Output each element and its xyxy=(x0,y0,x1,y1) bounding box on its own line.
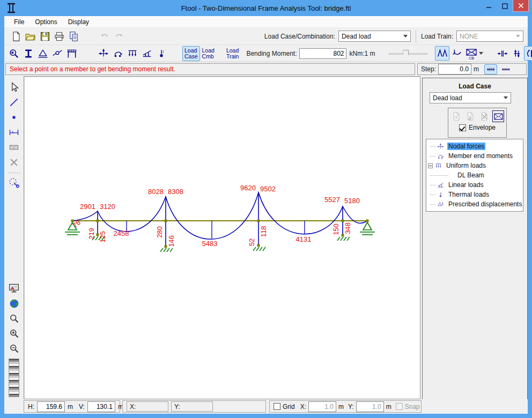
maximize-button[interactable] xyxy=(497,0,513,12)
tool-sidebar xyxy=(4,76,24,399)
grid-y-label: Y: xyxy=(348,403,354,410)
step-box: Step: m xyxy=(417,63,527,75)
zoom-out-button[interactable] xyxy=(7,341,21,355)
redo-icon xyxy=(114,32,124,41)
svg-text:9620: 9620 xyxy=(240,184,256,192)
axial-force-button[interactable] xyxy=(495,46,509,61)
thermal-loads-button[interactable] xyxy=(154,46,168,61)
world-view-button[interactable] xyxy=(7,296,21,310)
v-size-input[interactable] xyxy=(87,401,115,412)
moment-value-labels: 76 2901 3120 8028 8308 9620 9502 5527 51… xyxy=(71,184,360,248)
diagram-display-button[interactable] xyxy=(435,46,449,61)
model-canvas[interactable]: 76 2901 3120 8028 8308 9620 9502 5527 51… xyxy=(24,76,420,399)
grid-x-input[interactable] xyxy=(308,401,336,412)
delete-tool-button[interactable] xyxy=(7,155,21,169)
slider-thumb[interactable] xyxy=(403,50,409,58)
load-case-combination-select[interactable]: Dead load xyxy=(338,31,411,42)
member-tool-button[interactable] xyxy=(7,95,21,109)
svg-text:9502: 9502 xyxy=(260,185,276,193)
shrink-magnify-slider[interactable] xyxy=(9,359,19,397)
select-tool-button[interactable] xyxy=(7,80,21,94)
zoom-in-button[interactable] xyxy=(7,326,21,340)
undo-button[interactable] xyxy=(97,29,112,43)
tree-item-thermal-loads[interactable]: Thermal loads xyxy=(427,190,522,199)
influence-line-button[interactable] xyxy=(449,46,464,61)
new-load-case-button[interactable] xyxy=(450,110,462,122)
cursor-arrow-icon xyxy=(9,81,19,93)
close-button[interactable] xyxy=(513,0,529,12)
print-button[interactable] xyxy=(52,29,66,43)
transform-tool-button[interactable] xyxy=(7,175,21,189)
menu-display[interactable]: Display xyxy=(63,17,94,27)
save-file-button[interactable] xyxy=(38,29,52,43)
shear-force-button[interactable] xyxy=(509,46,524,61)
delete-load-case-button[interactable] xyxy=(478,110,490,122)
rename-load-case-button[interactable] xyxy=(464,110,476,122)
envelope-display-button[interactable]: CB xyxy=(464,46,478,61)
step-fine-button[interactable] xyxy=(499,64,512,74)
tree-item-prescribed-displacements[interactable]: Prescribed displacements xyxy=(427,199,522,209)
tree-collapse-icon[interactable] xyxy=(428,163,433,168)
line-tool-icon xyxy=(9,97,19,108)
zoom-window-button[interactable] xyxy=(7,311,21,325)
linear-load-icon xyxy=(141,48,153,59)
dimension-tool-button[interactable] xyxy=(7,125,21,139)
hinge-button[interactable] xyxy=(50,46,64,61)
step-fine-icon xyxy=(500,65,511,74)
tree-item-nodal-forces[interactable]: Nodal forces xyxy=(427,141,522,151)
scale-slider[interactable] xyxy=(388,49,428,58)
envelope-checkbox[interactable] xyxy=(459,124,466,131)
menu-file[interactable]: File xyxy=(9,17,29,27)
tree-connector xyxy=(430,146,435,147)
supports-button[interactable] xyxy=(35,46,50,61)
svg-text:5180: 5180 xyxy=(344,197,360,205)
svg-text:2901: 2901 xyxy=(80,203,95,211)
tree-item-dl-beam[interactable]: DL Beam xyxy=(427,170,522,180)
tree-item-member-end-moments[interactable]: Member end moments xyxy=(427,151,522,161)
step-input[interactable] xyxy=(438,64,471,74)
open-file-button[interactable] xyxy=(23,29,38,43)
uniform-loads-button[interactable] xyxy=(125,46,139,61)
support-triangle-icon xyxy=(38,48,48,59)
load-case-mode-button[interactable]: Load Case xyxy=(182,46,200,61)
step-coarse-button[interactable] xyxy=(484,64,497,74)
node-tool-button[interactable] xyxy=(7,110,21,124)
redo-button[interactable] xyxy=(112,29,126,43)
section-properties-button[interactable] xyxy=(21,46,35,61)
load-case-select[interactable]: Dead load xyxy=(430,92,511,103)
keyboard-input-button[interactable] xyxy=(7,140,21,154)
grid-x-unit: m xyxy=(338,403,344,410)
grid-y-input[interactable] xyxy=(356,401,384,412)
member-end-moments-button[interactable] xyxy=(110,46,125,61)
envelope-dropdown-caret[interactable] xyxy=(479,52,483,57)
h-size-input[interactable] xyxy=(37,401,65,412)
i-section-icon xyxy=(23,48,34,59)
load-train-select[interactable]: NONE xyxy=(456,31,523,42)
bending-moment-input[interactable] xyxy=(299,48,346,59)
load-case-actions-group: Envelope xyxy=(448,108,507,138)
tree-item-uniform-loads[interactable]: Uniform loads xyxy=(427,161,522,170)
grid-label: Grid xyxy=(283,403,295,410)
tree-item-linear-loads[interactable]: Linear loads xyxy=(427,180,522,190)
minimize-button[interactable] xyxy=(481,0,497,12)
menu-options[interactable]: Options xyxy=(29,17,62,27)
linear-loads-button[interactable] xyxy=(139,46,154,61)
nodal-forces-button[interactable] xyxy=(96,46,110,61)
load-train-mode-button[interactable]: Load Train xyxy=(224,46,241,61)
load-cmb-line2: Cmb xyxy=(202,54,215,59)
inspect-results-button[interactable] xyxy=(6,46,21,61)
step-unit: m xyxy=(474,65,479,73)
fit-view-button[interactable] xyxy=(7,281,21,295)
load-combination-mode-button[interactable]: Load Cmb xyxy=(200,46,217,61)
snap-checkbox[interactable] xyxy=(396,403,403,410)
monitor-icon xyxy=(8,283,20,294)
new-file-button[interactable] xyxy=(9,29,23,43)
envelope-case-button[interactable] xyxy=(492,110,504,122)
member-frame-button[interactable] xyxy=(64,46,79,61)
cursor-y-box: Y: xyxy=(171,401,213,412)
bending-moment-diagram-button[interactable] xyxy=(524,46,532,61)
status-message: Select a point on a member to get bendin… xyxy=(5,63,415,75)
grid-checkbox[interactable] xyxy=(274,403,280,410)
printer-icon xyxy=(54,31,65,42)
copy-button[interactable] xyxy=(66,29,81,43)
